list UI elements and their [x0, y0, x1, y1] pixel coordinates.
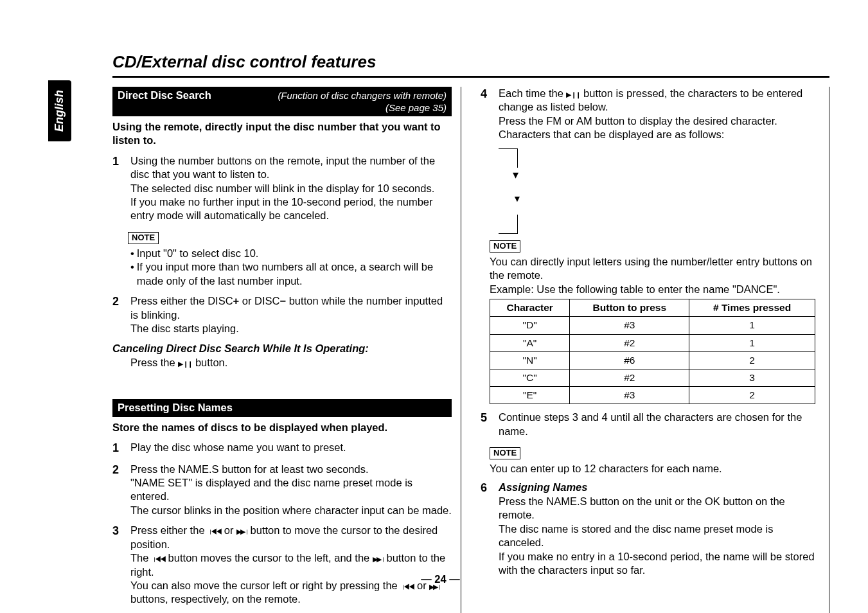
step-number: 2: [112, 463, 124, 518]
step4-line-a: Each time the button is pressed, the cha…: [499, 87, 820, 114]
step3-line-c: You can also move the cursor left or rig…: [130, 579, 452, 607]
cell: #2: [570, 369, 689, 386]
step-number: 6: [481, 481, 492, 577]
section2-intro: Store the names of discs to be displayed…: [112, 421, 452, 434]
cell: #2: [570, 334, 689, 351]
cell: 1: [689, 334, 815, 351]
left-column: Direct Disc Search (Function of disc cha…: [112, 87, 461, 613]
note-bullet-1: Input "0" to select disc 10.: [130, 247, 452, 260]
section-presetting-disc-names-header: Presetting Disc Names: [112, 399, 452, 416]
table-row: "A"#21: [490, 334, 815, 351]
char-cycle-diagram: ▾ ▼: [499, 148, 820, 235]
section1-intro: Using the remote, directly input the dis…: [112, 120, 452, 148]
page-number: — 24 —: [421, 573, 460, 586]
cancel-heading: Canceling Direct Disc Search While It Is…: [112, 342, 452, 355]
step6-line-a: Press the NAME.S button on the unit or t…: [499, 495, 820, 522]
t: Press the: [130, 357, 178, 368]
table-header-character: Character: [490, 299, 570, 317]
cell: #3: [570, 387, 689, 404]
step5: 5 Continue steps 3 and 4 until all the c…: [481, 411, 820, 438]
cell: 1: [689, 317, 815, 334]
step6-heading: Assigning Names: [499, 481, 820, 494]
cell: "A": [490, 334, 570, 351]
step4-line-b: Press the FM or AM button to display the…: [499, 114, 820, 128]
title-rule: CD/External disc control features: [112, 51, 829, 78]
cell: 3: [689, 369, 815, 386]
t: button.: [192, 357, 227, 368]
char-box: [499, 148, 518, 168]
step5-body: Continue steps 3 and 4 until all the cha…: [499, 411, 820, 438]
step3-line-b: The button moves the cursor to the left,…: [130, 551, 452, 579]
t: Each time the: [499, 87, 566, 99]
step4: 4 Each time the button is pressed, the c…: [481, 87, 820, 142]
cell: "C": [490, 369, 570, 386]
t: Press either the: [130, 524, 208, 536]
step1-body: Play the disc whose name you want to pre…: [130, 441, 452, 456]
cancel-block: Canceling Direct Disc Search While It Is…: [112, 342, 452, 369]
note-bullet-2-text: If you input more than two numbers all a…: [137, 260, 452, 288]
minus-icon: −: [279, 295, 286, 306]
language-tab: English: [48, 80, 71, 141]
prev-track-icon: [400, 580, 414, 591]
cell: 2: [689, 387, 815, 404]
note-label: NOTE: [128, 232, 159, 244]
note-label: NOTE: [490, 447, 520, 459]
table-row: "N"#62: [490, 351, 815, 369]
step6-line-b: The disc name is stored and the disc nam…: [499, 522, 820, 550]
table-header-button: Button to press: [570, 299, 689, 317]
t: Press either the DISC: [130, 295, 233, 306]
t: You can also move the cursor left or rig…: [130, 580, 400, 591]
step2-line-a: Press the NAME.S button for at least two…: [130, 463, 452, 476]
t: buttons, respectively, on the remote.: [130, 593, 301, 605]
section2-step2: 2 Press the NAME.S button for at least t…: [112, 463, 452, 518]
step1-line-c: If you make no further input in the 10-s…: [130, 195, 452, 223]
note-bullet-2: If you input more than two numbers all a…: [130, 260, 452, 288]
step6-line-c: If you make no entry in a 10-second peri…: [499, 550, 820, 578]
section1-notes: Input "0" to select disc 10. If you inpu…: [130, 247, 452, 288]
next-track-icon: [236, 524, 247, 536]
note-bullet-1-text: Input "0" to select disc 10.: [137, 247, 259, 260]
section-title: Direct Disc Search: [118, 89, 211, 102]
plus-icon: +: [233, 295, 240, 306]
step4-line-c: Characters that can be displayed are as …: [499, 128, 820, 141]
table-header-times: # Times pressed: [689, 299, 815, 317]
t: or DISC: [239, 295, 279, 306]
note-label: NOTE: [490, 240, 520, 253]
section-subtitle: (Function of disc changers with remote) …: [278, 89, 447, 114]
down-arrow-icon: ▾: [513, 168, 820, 182]
section2-step1: 1 Play the disc whose name you want to p…: [112, 441, 452, 456]
table-row: "D"#31: [490, 317, 815, 334]
section-direct-disc-search-header: Direct Disc Search (Function of disc cha…: [112, 87, 452, 116]
note4-line-a: You can directly input letters using the…: [490, 255, 820, 283]
section1-step1: 1 Using the number buttons on the remote…: [112, 154, 452, 223]
step2-line-c: The cursor blinks in the position where …: [130, 504, 452, 517]
cell: "D": [490, 317, 570, 334]
step3-line-a: Press either the or button to move the c…: [130, 524, 452, 551]
step6: 6 Assigning Names Press the NAME.S butto…: [481, 481, 820, 577]
cell: #6: [570, 351, 689, 369]
char-box: [499, 215, 518, 234]
play-pause-icon: [566, 87, 580, 99]
note4-line-b: Example: Use the following table to ente…: [490, 283, 820, 296]
prev-track-icon: [152, 552, 165, 564]
down-triangle-icon: ▼: [513, 193, 820, 204]
cell: "N": [490, 351, 570, 369]
step2-line-b: "NAME SET" is displayed and the disc nam…: [130, 476, 452, 504]
cell: #3: [570, 317, 689, 334]
step1-line-a: Using the number buttons on the remote, …: [130, 154, 452, 182]
section1-step2: 2 Press either the DISC+ or DISC− button…: [112, 294, 452, 335]
table-row: "C"#23: [490, 369, 815, 386]
table-row: "E"#32: [490, 387, 815, 404]
section2-step3: 3 Press either the or button to move the…: [112, 524, 452, 607]
section-subtitle-line1: (Function of disc changers with remote): [278, 90, 447, 101]
t: or: [221, 524, 236, 536]
next-track-icon: [373, 552, 384, 564]
note5-text: You can enter up to 12 characters for ea…: [490, 462, 820, 475]
step-number: 4: [481, 87, 492, 142]
play-pause-icon: [178, 357, 192, 368]
step2-line-a: Press either the DISC+ or DISC− button w…: [130, 294, 452, 322]
cell: 2: [689, 351, 815, 369]
cancel-body: Press the button.: [130, 356, 452, 369]
step1-line-b: The selected disc number will blink in t…: [130, 182, 452, 195]
step-number: 5: [481, 411, 492, 438]
